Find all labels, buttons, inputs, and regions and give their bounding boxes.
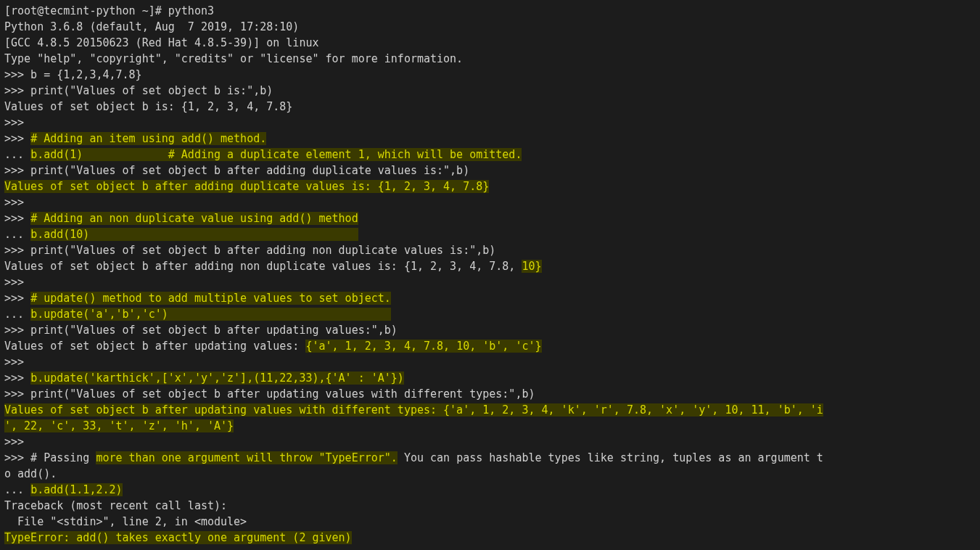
terminal-line: >>> b.update('karthick',['x','y','z'],(1…: [4, 372, 404, 385]
plain-text: ...: [4, 228, 30, 241]
plain-text: Type "help", "copyright", "credits" or "…: [4, 52, 463, 65]
terminal-line: >>> # Adding an non duplicate value usin…: [4, 212, 358, 225]
terminal-line: Traceback (most recent call last):: [4, 499, 227, 512]
terminal-line: >>> print("Values of set object b after …: [4, 387, 535, 401]
terminal-line: ... b.update('a','b','c'): [4, 308, 391, 321]
plain-text: >>>: [4, 356, 24, 369]
terminal-line: Type "help", "copyright", "credits" or "…: [4, 52, 463, 65]
terminal-line: >>> b = {1,2,3,4,7.8}: [4, 68, 142, 81]
terminal-line: >>> print("Values of set object b is:",b…: [4, 84, 273, 97]
highlighted-text: b.update('a','b','c'): [30, 308, 391, 321]
highlighted-text: Values of set object b after adding dupl…: [4, 180, 489, 193]
plain-text: Python 3.6.8 (default, Aug 7 2019, 17:28…: [4, 20, 299, 33]
terminal-line: >>> print("Values of set object b after …: [4, 324, 398, 337]
terminal-line: ... b.add(10): [4, 228, 358, 241]
plain-text: ...: [4, 483, 30, 496]
terminal-line: >>>: [4, 196, 24, 209]
highlighted-text: b.add(10): [30, 228, 358, 241]
plain-text: [GCC 4.8.5 20150623 (Red Hat 4.8.5-39)] …: [4, 36, 318, 49]
terminal-line: TypeError: add() takes exactly one argum…: [4, 531, 352, 544]
terminal-line: >>>: [4, 276, 24, 289]
plain-text: Values of set object b is: {1, 2, 3, 4, …: [4, 100, 292, 113]
terminal-line: >>> # update() method to add multiple va…: [4, 292, 391, 305]
terminal-line: o add().: [4, 467, 57, 480]
terminal-line: [root@tecmint-python ~]# python3: [4, 4, 214, 17]
plain-text: >>> print("Values of set object b after …: [4, 164, 469, 177]
plain-text: >>> print("Values of set object b after …: [4, 387, 535, 401]
plain-text: You can pass hashable types like string,…: [398, 451, 823, 464]
highlighted-text: more than one argument will throw "TypeE…: [96, 451, 397, 464]
plain-text: >>> print("Values of set object b after …: [4, 244, 495, 257]
plain-text: Traceback (most recent call last):: [4, 499, 227, 512]
plain-text: >>>: [4, 276, 24, 289]
plain-text: >>>: [4, 196, 24, 209]
plain-text: >>>: [4, 435, 24, 448]
plain-text: >>>: [4, 292, 30, 305]
highlighted-text: 10}: [522, 260, 541, 273]
terminal-line: Values of set object b after adding non …: [4, 260, 542, 273]
terminal-line: Python 3.6.8 (default, Aug 7 2019, 17:28…: [4, 20, 299, 33]
terminal-line: File "<stdin>", line 2, in <module>: [4, 515, 247, 528]
plain-text: ...: [4, 308, 30, 321]
highlighted-text: b.add(1.1,2.2): [30, 483, 122, 496]
terminal-line: >>> # Passing more than one argument wil…: [4, 451, 823, 464]
terminal-line: ... b.add(1.1,2.2): [4, 483, 123, 496]
terminal-line: Values of set object b after updating va…: [4, 340, 542, 353]
terminal-output: [root@tecmint-python ~]# python3 Python …: [0, 0, 980, 549]
plain-text: ...: [4, 148, 30, 161]
plain-text: >>> print("Values of set object b is:",b…: [4, 84, 273, 97]
terminal-line: >>>: [4, 356, 24, 369]
highlighted-text: TypeError: add() takes exactly one argum…: [4, 531, 352, 544]
plain-text: >>>: [4, 212, 30, 225]
terminal-line: Values of set object b after updating va…: [4, 403, 823, 416]
highlighted-text: Values of set object b after updating va…: [4, 403, 823, 416]
highlighted-text: ', 22, 'c', 33, 't', 'z', 'h', 'A'}: [4, 419, 234, 432]
terminal-line: [GCC 4.8.5 20150623 (Red Hat 4.8.5-39)] …: [4, 36, 318, 49]
plain-text: >>> b = {1,2,3,4,7.8}: [4, 68, 142, 81]
plain-text: >>> print("Values of set object b after …: [4, 324, 398, 337]
plain-text: >>>: [4, 372, 30, 385]
terminal-line: Values of set object b is: {1, 2, 3, 4, …: [4, 100, 292, 113]
plain-text: >>>: [4, 116, 24, 129]
terminal-line: >>> # Adding an item using add() method.: [4, 132, 266, 145]
plain-text: >>>: [4, 132, 30, 145]
highlighted-text: b.add(1) # Adding a duplicate element 1,…: [30, 148, 522, 161]
highlighted-text: {'a', 1, 2, 3, 4, 7.8, 10, 'b', 'c'}: [305, 340, 541, 353]
highlighted-text: # Adding an item using add() method.: [30, 132, 266, 145]
highlighted-text: # update() method to add multiple values…: [30, 292, 391, 305]
terminal-line: >>> print("Values of set object b after …: [4, 244, 495, 257]
terminal-line: >>>: [4, 116, 24, 129]
plain-text: [root@tecmint-python ~]# python3: [4, 4, 214, 17]
terminal-line: >>> print("Values of set object b after …: [4, 164, 469, 177]
highlighted-text: b.update('karthick',['x','y','z'],(11,22…: [30, 372, 404, 385]
terminal-line: Values of set object b after adding dupl…: [4, 180, 489, 193]
plain-text: File "<stdin>", line 2, in <module>: [4, 515, 247, 528]
plain-text: Values of set object b after adding non …: [4, 260, 522, 273]
terminal-line: ', 22, 'c', 33, 't', 'z', 'h', 'A'}: [4, 419, 234, 432]
terminal-line: ... b.add(1) # Adding a duplicate elemen…: [4, 148, 522, 161]
plain-text: Values of set object b after updating va…: [4, 340, 305, 353]
terminal-line: >>>: [4, 435, 24, 448]
highlighted-text: # Adding an non duplicate value using ad…: [30, 212, 358, 225]
plain-text: >>> # Passing: [4, 451, 96, 464]
plain-text: o add().: [4, 467, 57, 480]
